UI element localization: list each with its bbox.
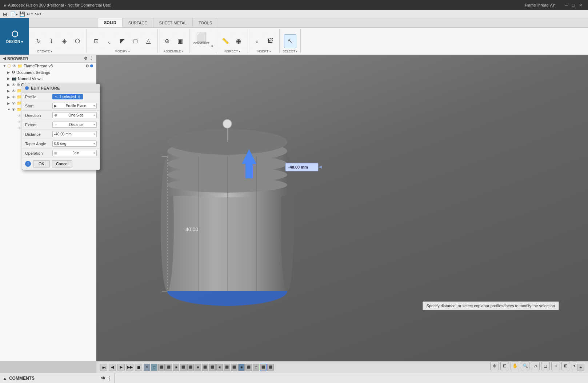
timeline-expand-btn[interactable]: + bbox=[577, 364, 584, 371]
minimize-btn[interactable]: ─ bbox=[565, 3, 568, 7]
analysis-eye[interactable]: 👁 bbox=[12, 89, 16, 93]
operation-dropdown[interactable]: ⊞ Join ▾ bbox=[52, 150, 97, 156]
timeline-item-14[interactable]: ◉ bbox=[238, 364, 245, 371]
browser-settings-icon[interactable]: ⚙ bbox=[84, 56, 88, 61]
taper-angle-dropdown[interactable]: 0.0 deg ▾ bbox=[52, 141, 97, 147]
revolve-btn[interactable]: ↻ bbox=[32, 34, 44, 48]
insert-mesh-btn[interactable]: ⬦ bbox=[251, 34, 263, 48]
offset-plane-btn[interactable]: ⬜ CONSTRUCT bbox=[192, 29, 211, 48]
timeline-item-6[interactable]: ⬛ bbox=[180, 364, 187, 371]
redo-arrow: ▾ bbox=[40, 12, 41, 16]
ok-button[interactable]: OK bbox=[33, 160, 50, 167]
sketches-expand: ▶ bbox=[7, 102, 12, 105]
extent-control: ↔ Distance ▾ bbox=[52, 122, 97, 128]
start-dropdown[interactable]: ▶ Profile Plane ▾ bbox=[52, 103, 97, 109]
viewport[interactable]: 40.00 -40.00 mm Specify distance, or sel… bbox=[96, 55, 588, 361]
loft-btn[interactable]: ◈ bbox=[58, 34, 71, 48]
shell-btn[interactable]: ◻ bbox=[129, 34, 141, 48]
timeline-prev-btn[interactable]: ◀ bbox=[109, 364, 116, 371]
plane3-eye[interactable]: 👁 bbox=[17, 126, 21, 130]
info-button[interactable]: i bbox=[25, 161, 31, 167]
file-menu-btn[interactable]: 📄▾ bbox=[10, 11, 18, 17]
rib-btn[interactable]: ⬡ bbox=[71, 34, 84, 48]
timeline-item-12[interactable]: ⬛ bbox=[224, 364, 230, 371]
fillet-btn[interactable]: ◟ bbox=[103, 34, 115, 48]
plane1-eye[interactable]: 👁 bbox=[17, 114, 21, 118]
app-grid-icon[interactable]: ⊞ bbox=[3, 11, 7, 17]
joint-btn[interactable]: ⊕ bbox=[161, 34, 173, 48]
save-btn[interactable]: 💾 bbox=[19, 11, 25, 17]
sketches-eye[interactable]: 👁 bbox=[12, 101, 16, 106]
direction-dropdown[interactable]: ⊕ One Side ▾ bbox=[52, 112, 97, 118]
draft-btn[interactable]: △ bbox=[142, 34, 155, 48]
timeline-item-1[interactable]: ⊕ bbox=[144, 364, 150, 371]
section-analysis-btn[interactable]: ◉ bbox=[232, 34, 245, 48]
timeline-item-2[interactable]: ◻ bbox=[151, 364, 157, 371]
origin-eye[interactable]: 👁 bbox=[12, 83, 16, 87]
nav-grid-btn[interactable]: ≡ bbox=[551, 362, 560, 370]
design-button[interactable]: ⬡ DESIGN ▾ bbox=[0, 18, 29, 55]
timeline-item-3[interactable]: ⬛ bbox=[158, 364, 165, 371]
tab-surface[interactable]: SURFACE bbox=[123, 18, 153, 27]
comments-expand-icon[interactable]: ▲ bbox=[3, 376, 7, 380]
browser-more-icon[interactable]: ⋮ bbox=[89, 56, 93, 61]
timeline-item-16[interactable]: ◻ bbox=[253, 364, 259, 371]
timeline-play-btn[interactable]: ▶ bbox=[117, 364, 125, 371]
timeline-item-9[interactable]: ⬛ bbox=[202, 364, 208, 371]
select-btn[interactable]: ↖ bbox=[284, 34, 296, 48]
timeline-item-4[interactable]: ⬛ bbox=[165, 364, 172, 371]
comments-more-icon[interactable]: ⋮ bbox=[107, 376, 111, 381]
profile-selected-chip[interactable]: ↖ 1 selected ✕ bbox=[52, 94, 83, 99]
nav-pan-btn[interactable]: ✋ bbox=[511, 362, 519, 370]
construction-eye[interactable]: 👁 bbox=[12, 107, 16, 112]
timeline-item-15[interactable]: ⬛ bbox=[245, 364, 252, 371]
timeline-item-13[interactable]: ⬛ bbox=[231, 364, 237, 371]
nav-zoom-btn[interactable]: 🔍 bbox=[521, 362, 529, 370]
nav-home-btn[interactable]: ⊕ bbox=[490, 362, 499, 370]
extent-dropdown[interactable]: ↔ Distance ▾ bbox=[52, 122, 97, 128]
root-gear[interactable]: ⚙ bbox=[85, 64, 89, 68]
browser-expand-icon[interactable]: ◀ bbox=[3, 56, 6, 61]
timeline-item-8[interactable]: ◉ bbox=[195, 364, 201, 371]
construct-arrow[interactable]: ▾ bbox=[211, 44, 213, 48]
measure-btn[interactable]: 📏 bbox=[219, 34, 232, 48]
insert-svg-btn[interactable]: 🖼 bbox=[264, 34, 276, 48]
nav-extra-btn[interactable]: ▾ bbox=[572, 362, 577, 370]
plane2-eye[interactable]: 👁 bbox=[17, 120, 21, 124]
tab-solid[interactable]: SOLID bbox=[98, 18, 123, 27]
timeline-next-btn[interactable]: ▶▶ bbox=[126, 364, 133, 371]
timeline-begin-btn[interactable]: ⏮ bbox=[100, 364, 107, 371]
profile-clear-btn[interactable]: ✕ bbox=[77, 95, 80, 99]
timeline-item-5[interactable]: ◉ bbox=[173, 364, 179, 371]
timeline-item-11[interactable]: ◉ bbox=[216, 364, 223, 371]
bodies-eye[interactable]: 👁 bbox=[12, 95, 16, 99]
maximize-btn[interactable]: □ bbox=[572, 3, 575, 7]
extent-label: Extent bbox=[25, 123, 52, 127]
redo-btn[interactable]: ↪ bbox=[35, 11, 39, 17]
timeline-item-18[interactable]: ⬛ bbox=[267, 364, 274, 371]
browser-item-root[interactable]: ▼ ⬡ 👁 📁 FlameThread v3 ⚙ bbox=[0, 63, 96, 69]
close-btn[interactable]: ✕ bbox=[579, 3, 582, 8]
tab-tools[interactable]: TOOLS bbox=[193, 18, 218, 27]
undo-btn[interactable]: ↩ bbox=[27, 11, 31, 17]
nav-display-mode-btn[interactable]: ◻ bbox=[541, 362, 550, 370]
sweep-btn[interactable]: ⤵ bbox=[45, 34, 57, 48]
tooltip: Specify distance, or select coplanar pro… bbox=[423, 301, 559, 310]
cancel-button[interactable]: Cancel bbox=[52, 160, 72, 167]
ground-btn[interactable]: ▣ bbox=[174, 34, 186, 48]
distance-dropdown[interactable]: -40.00 mm ▾ bbox=[52, 131, 97, 137]
nav-zoom-window-btn[interactable]: ⊿ bbox=[531, 362, 540, 370]
browser-item-doc-settings[interactable]: ▶ ⚙ Document Settings bbox=[0, 69, 96, 75]
root-eye[interactable]: 👁 bbox=[12, 64, 16, 68]
chamfer-btn[interactable]: ◤ bbox=[116, 34, 128, 48]
browser-item-named-views[interactable]: ▶ 📷 Named Views bbox=[0, 75, 96, 82]
comments-eye-icon[interactable]: 👁 bbox=[101, 376, 105, 381]
timeline-item-7[interactable]: ⬛ bbox=[187, 364, 194, 371]
timeline-end-btn[interactable]: ⏹ bbox=[135, 364, 142, 371]
nav-more-btn[interactable]: ⊞ bbox=[561, 362, 570, 370]
timeline-item-17[interactable]: ⬛ bbox=[260, 364, 267, 371]
nav-fit-btn[interactable]: ⊡ bbox=[500, 362, 509, 370]
tab-sheet-metal[interactable]: SHEET METAL bbox=[153, 18, 193, 27]
timeline-item-10[interactable]: ⬛ bbox=[209, 364, 216, 371]
press-pull-btn[interactable]: ⊡ bbox=[90, 34, 102, 48]
